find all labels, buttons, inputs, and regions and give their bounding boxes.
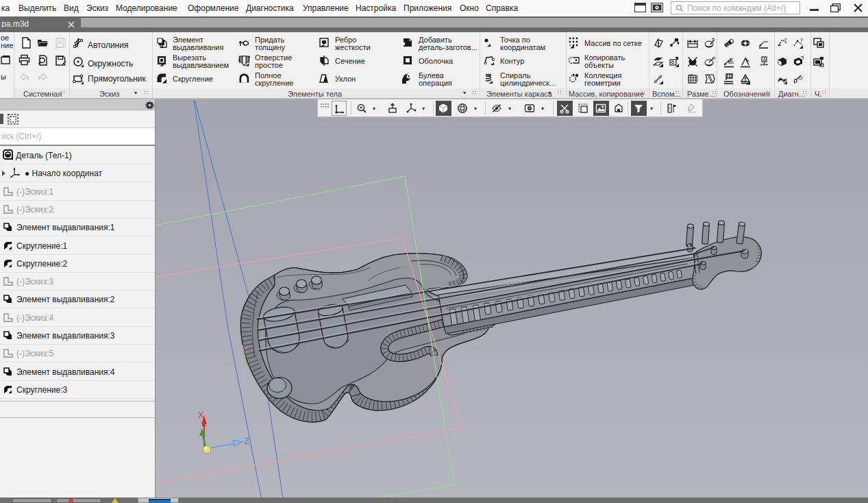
svg-text:G?: G?: [798, 75, 804, 81]
svg-text:A: A: [763, 57, 767, 62]
svg-text:?: ?: [784, 38, 787, 43]
svg-text:?: ?: [800, 38, 804, 43]
svg-text:E: E: [730, 58, 733, 62]
svg-text:Z: Z: [244, 436, 249, 446]
svg-text:X: X: [198, 410, 204, 420]
svg-text:R: R: [712, 56, 715, 60]
